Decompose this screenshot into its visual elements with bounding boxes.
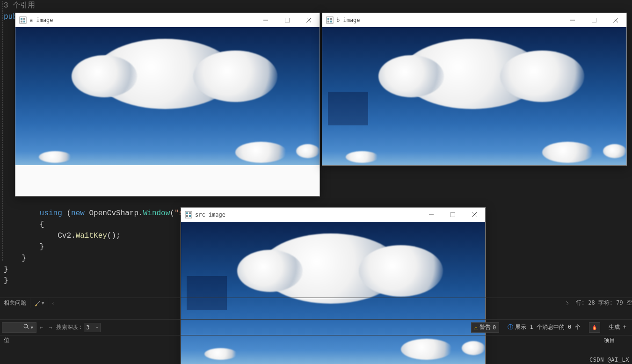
app-icon — [19, 16, 27, 24]
close-button[interactable] — [298, 13, 320, 27]
roi-rectangle — [328, 92, 368, 125]
svg-rect-15 — [592, 18, 596, 22]
svg-rect-1 — [21, 18, 22, 20]
hot-reload-button[interactable] — [589, 322, 600, 333]
svg-rect-3 — [21, 21, 22, 22]
build-filter-chip[interactable]: 生成 + — [606, 322, 629, 333]
svg-rect-2 — [23, 18, 25, 20]
close-button[interactable] — [464, 208, 485, 222]
maximize-button[interactable] — [442, 208, 464, 222]
search-input[interactable]: ▼ — [2, 322, 36, 333]
svg-rect-19 — [186, 212, 188, 214]
nav-forward-button[interactable]: → — [46, 322, 55, 333]
messages-chip[interactable]: ⓘ 展示 1 个消息中的 0 个 — [505, 322, 583, 333]
watermark: CSDN @AI_LX — [589, 357, 629, 363]
svg-rect-21 — [186, 215, 188, 217]
svg-rect-12 — [327, 21, 329, 22]
svg-rect-11 — [330, 18, 332, 20]
indent-guide — [2, 1, 3, 261]
related-issues-label[interactable]: 相关问题 — [0, 298, 30, 308]
minimize-button[interactable] — [421, 208, 442, 222]
minimize-button[interactable] — [255, 13, 276, 27]
warnings-chip[interactable]: ⚠ 警告 0 — [471, 322, 499, 333]
svg-rect-10 — [327, 18, 329, 20]
status-row-columns: 值 项目 — [0, 335, 632, 345]
search-depth-label: 搜索深度: — [56, 323, 82, 331]
column-value-label: 值 — [0, 336, 82, 344]
status-row-search: ▼ ← → 搜索深度: 3 ▾ ⚠ 警告 0 ⓘ 展示 1 个消息中的 0 个 … — [0, 319, 632, 335]
svg-rect-4 — [23, 21, 25, 22]
window-title: a image — [29, 17, 255, 23]
window-title: src image — [195, 211, 421, 218]
window-b-image[interactable]: b image — [322, 13, 627, 166]
warning-icon: ⚠ — [474, 324, 478, 331]
cursor-position: 行: 28 字符: 79 空 — [576, 299, 632, 307]
svg-point-27 — [24, 324, 28, 328]
flame-icon — [591, 324, 598, 331]
image-content-a — [15, 27, 320, 165]
svg-line-28 — [27, 328, 29, 329]
info-icon: ⓘ — [508, 323, 513, 331]
svg-rect-6 — [285, 18, 290, 22]
image-content-b — [322, 27, 626, 165]
minimize-button[interactable] — [562, 13, 583, 27]
maximize-button[interactable] — [583, 13, 605, 27]
titlebar-a[interactable]: a image — [15, 13, 320, 27]
window-title: b image — [336, 17, 562, 23]
scroll-right-button[interactable] — [563, 298, 572, 308]
titlebar-src[interactable]: src image — [181, 208, 485, 222]
app-icon — [185, 211, 192, 218]
svg-rect-24 — [450, 212, 455, 217]
codelens-refs[interactable]: 3 个引用 — [4, 1, 35, 10]
search-depth-select[interactable]: 3 ▾ — [84, 323, 101, 332]
close-button[interactable] — [605, 13, 626, 27]
nav-back-button[interactable]: ← — [36, 322, 46, 333]
app-icon — [326, 16, 334, 24]
column-project-label: 项目 — [604, 336, 632, 344]
status-row-issues: 相关问题 ▼ 行: 28 字符: 79 空 — [0, 298, 632, 308]
brush-icon[interactable]: ▼ — [34, 300, 44, 306]
svg-rect-20 — [189, 212, 191, 214]
svg-rect-22 — [189, 215, 191, 217]
window-a-image[interactable]: a image — [15, 13, 320, 197]
scroll-left-button[interactable] — [48, 298, 58, 308]
maximize-button[interactable] — [276, 13, 298, 27]
svg-rect-13 — [330, 21, 332, 22]
window-a-blank-panel — [15, 165, 320, 196]
titlebar-b[interactable]: b image — [322, 13, 626, 27]
search-icon — [23, 324, 29, 331]
